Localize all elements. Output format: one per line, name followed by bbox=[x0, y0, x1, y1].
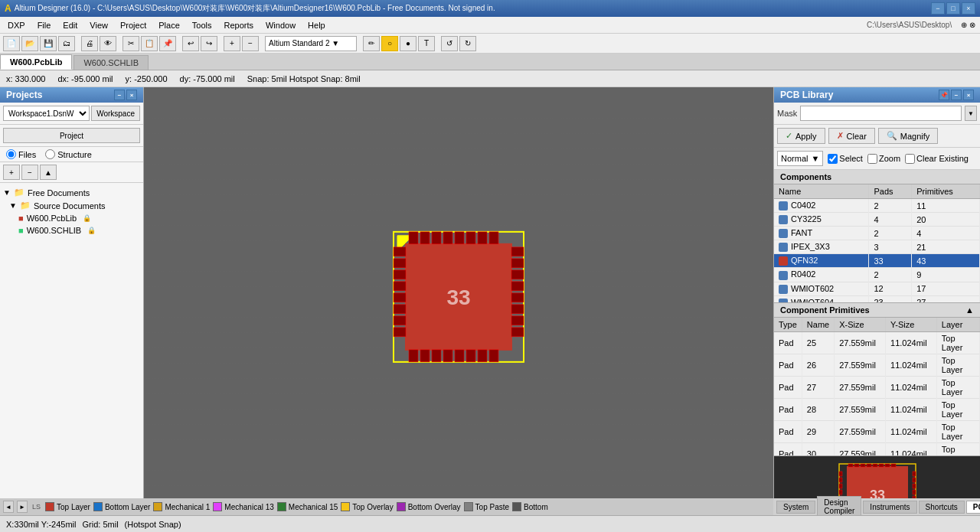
comp-row-cy3225[interactable]: CY3225 4 20 bbox=[774, 213, 980, 227]
comp-row-wmiot604[interactable]: WMIOT604 23 27 bbox=[774, 295, 980, 302]
toolbar-tool1[interactable]: ✏ bbox=[363, 36, 380, 51]
toolbar-paste[interactable]: 📌 bbox=[159, 36, 176, 51]
toolbar-btn2[interactable]: − bbox=[242, 36, 259, 51]
select-checkbox[interactable] bbox=[828, 154, 838, 164]
right-panel-close-btn[interactable]: × bbox=[963, 90, 974, 100]
toolbar-copy[interactable]: 📋 bbox=[141, 36, 158, 51]
canvas-area[interactable]: 33 bbox=[144, 87, 773, 532]
toolbar-tool4[interactable]: T bbox=[418, 36, 435, 51]
radio-structure-input[interactable] bbox=[45, 149, 55, 159]
toolbar-new[interactable]: 📄 bbox=[3, 36, 20, 51]
tab-system[interactable]: System bbox=[776, 501, 815, 514]
layer-next-btn[interactable]: ► bbox=[17, 501, 28, 513]
workspace-dropdown[interactable]: Workspace1.DsnW bbox=[3, 106, 90, 121]
tab-design-compiler[interactable]: Design Compiler bbox=[817, 496, 861, 517]
toolbar-cut[interactable]: ✂ bbox=[122, 36, 139, 51]
comp-row-qfn32[interactable]: QFN32 33 43 bbox=[774, 254, 980, 268]
menu-reports[interactable]: Reports bbox=[217, 19, 260, 31]
toolbar-print[interactable]: 🖨 bbox=[81, 36, 98, 51]
radio-files[interactable]: Files bbox=[6, 149, 36, 159]
clear-button[interactable]: ✗ Clear bbox=[828, 128, 875, 144]
proj-up-btn[interactable]: ▲ bbox=[40, 165, 57, 180]
prim-row-30[interactable]: Pad 30 27.559mil 11.024mil Top Layer bbox=[774, 443, 980, 456]
toolbar-tool2[interactable]: ○ bbox=[381, 36, 398, 51]
close-button[interactable]: × bbox=[962, 2, 975, 15]
menu-place[interactable]: Place bbox=[152, 19, 186, 31]
radio-structure[interactable]: Structure bbox=[45, 149, 92, 159]
pcb-canvas[interactable]: 33 bbox=[144, 87, 773, 532]
select-checkbox-label[interactable]: Select bbox=[828, 154, 863, 164]
prim-row-27[interactable]: Pad 27 27.559mil 11.024mil Top Layer bbox=[774, 377, 980, 399]
panel-close-btn[interactable]: × bbox=[126, 90, 137, 100]
toolbar-preview[interactable]: 👁 bbox=[100, 36, 116, 51]
zoom-checkbox[interactable] bbox=[867, 154, 877, 164]
prim-row-26[interactable]: Pad 26 27.559mil 11.024mil Top Layer bbox=[774, 354, 980, 377]
normal-dropdown[interactable]: Normal ▼ bbox=[777, 151, 823, 166]
tree-free-documents[interactable]: ▼ 📁 Free Documents bbox=[0, 186, 143, 199]
menu-file[interactable]: File bbox=[31, 19, 57, 31]
layer-mech13[interactable]: Mechanical 13 bbox=[213, 502, 273, 511]
menu-view[interactable]: View bbox=[83, 19, 114, 31]
tree-w600-pcblib[interactable]: ■ W600.PcbLib 🔒 bbox=[0, 212, 143, 224]
layer-top-overlay[interactable]: Top Overlay bbox=[341, 502, 393, 511]
maximize-button[interactable]: □ bbox=[946, 2, 960, 15]
tree-w600-schlib[interactable]: ■ W600.SCHLIB 🔒 bbox=[0, 224, 143, 237]
minimize-button[interactable]: − bbox=[931, 2, 945, 15]
proj-add-btn[interactable]: + bbox=[3, 165, 20, 180]
menu-edit[interactable]: Edit bbox=[57, 19, 83, 31]
toolbar-tool3[interactable]: ● bbox=[400, 36, 416, 51]
layer-top-paste[interactable]: Top Paste bbox=[464, 502, 509, 511]
toolbar-open[interactable]: 📂 bbox=[21, 36, 38, 51]
layer-prev-btn[interactable]: ◄ bbox=[3, 501, 14, 513]
comp-row-ipex[interactable]: IPEX_3X3 3 21 bbox=[774, 240, 980, 254]
layer-bottom-extra[interactable]: Bottom bbox=[512, 502, 548, 511]
tree-source-documents[interactable]: ▼ 📁 Source Documents bbox=[0, 199, 143, 212]
layer-mech1[interactable]: Mechanical 1 bbox=[153, 502, 210, 511]
layer-bottom[interactable]: Bottom Layer bbox=[93, 502, 150, 511]
clear-existing-checkbox-label[interactable]: Clear Existing bbox=[905, 154, 969, 164]
tab-pcblib[interactable]: W600.PcbLib bbox=[0, 54, 72, 70]
layer-top[interactable]: Top Layer bbox=[45, 502, 90, 511]
toolbar-save-all[interactable]: 🗂 bbox=[58, 36, 75, 51]
right-panel-pin-btn[interactable]: 📌 bbox=[939, 90, 949, 100]
toolbar-save[interactable]: 💾 bbox=[40, 36, 57, 51]
primitives-collapse-icon[interactable]: ▲ bbox=[965, 305, 974, 315]
comp-row-fant[interactable]: FANT 2 4 bbox=[774, 227, 980, 240]
workspace-button[interactable]: Workspace bbox=[91, 106, 140, 121]
tab-pcb[interactable]: PCB bbox=[966, 501, 980, 514]
layer-bottom-overlay[interactable]: Bottom Overlay bbox=[397, 502, 461, 511]
comp-row-r0402[interactable]: R0402 2 9 bbox=[774, 268, 980, 282]
apply-button[interactable]: ✓ Apply bbox=[777, 128, 825, 144]
mask-dropdown-button[interactable]: ▼ bbox=[965, 106, 977, 121]
tab-instruments[interactable]: Instruments bbox=[863, 501, 916, 514]
source-docs-expand-icon: ▼ bbox=[9, 201, 17, 210]
mask-input[interactable] bbox=[800, 106, 962, 121]
right-panel-min-btn[interactable]: − bbox=[951, 90, 962, 100]
menu-help[interactable]: Help bbox=[302, 19, 332, 31]
tab-shortcuts[interactable]: Shortcuts bbox=[919, 501, 965, 514]
toolbar-tool5[interactable]: ↺ bbox=[441, 36, 458, 51]
menu-dxp[interactable]: DXP bbox=[2, 19, 31, 31]
radio-files-input[interactable] bbox=[6, 149, 16, 159]
menu-window[interactable]: Window bbox=[260, 19, 302, 31]
toolbar-redo[interactable]: ↪ bbox=[201, 36, 217, 51]
comp-row-wmiot602[interactable]: WMIOT602 12 17 bbox=[774, 282, 980, 295]
tab-schlib[interactable]: W600.SCHLIB bbox=[74, 55, 149, 70]
proj-remove-btn[interactable]: − bbox=[21, 165, 38, 180]
magnify-button[interactable]: 🔍 Magnify bbox=[878, 128, 939, 144]
prim-row-25[interactable]: Pad 25 27.559mil 11.024mil Top Layer bbox=[774, 332, 980, 354]
menu-tools[interactable]: Tools bbox=[186, 19, 218, 31]
clear-existing-checkbox[interactable] bbox=[905, 154, 915, 164]
toolbar-undo[interactable]: ↩ bbox=[182, 36, 199, 51]
panel-minimize-btn[interactable]: − bbox=[114, 90, 125, 100]
toolbar-tool6[interactable]: ↻ bbox=[459, 36, 476, 51]
toolbar-btn1[interactable]: + bbox=[224, 36, 240, 51]
prim-row-29[interactable]: Pad 29 27.559mil 11.024mil Top Layer bbox=[774, 421, 980, 443]
zoom-checkbox-label[interactable]: Zoom bbox=[867, 154, 900, 164]
project-button[interactable]: Project bbox=[3, 128, 140, 143]
layer-mech15[interactable]: Mechanical 15 bbox=[277, 502, 338, 511]
prim-row-28[interactable]: Pad 28 27.559mil 11.024mil Top Layer bbox=[774, 399, 980, 421]
toolbar-standard-dropdown[interactable]: Altium Standard 2 ▼ bbox=[265, 36, 357, 51]
menu-project[interactable]: Project bbox=[114, 19, 152, 31]
comp-row-c0402[interactable]: C0402 2 11 bbox=[774, 199, 980, 213]
